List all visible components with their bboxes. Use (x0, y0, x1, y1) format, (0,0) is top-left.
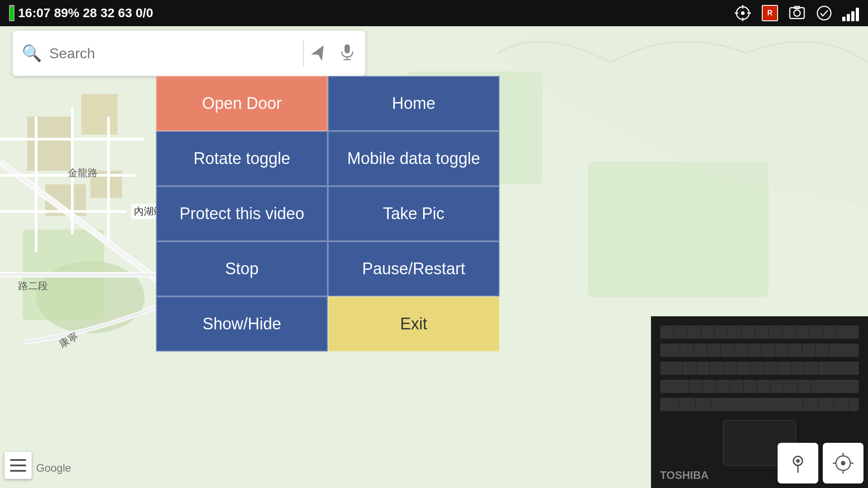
checkmark-icon (815, 4, 833, 22)
svg-rect-92 (696, 399, 710, 410)
svg-rect-40 (661, 326, 673, 338)
battery-text: 89% (54, 6, 79, 20)
button-row-5: Show/Hide Exit (156, 296, 500, 352)
svg-rect-15 (27, 117, 72, 171)
mobile-data-toggle-button[interactable]: Mobile data toggle (328, 131, 500, 186)
svg-rect-88 (798, 380, 810, 392)
svg-point-7 (794, 10, 800, 16)
svg-rect-42 (688, 326, 700, 338)
stats-text: 28 32 63 0/0 (83, 6, 153, 20)
svg-rect-41 (675, 326, 686, 338)
svg-rect-48 (769, 326, 781, 338)
take-pic-button[interactable]: Take Pic (328, 186, 500, 241)
svg-rect-75 (778, 362, 790, 374)
svg-rect-44 (715, 326, 727, 338)
search-divider (303, 40, 304, 67)
svg-rect-83 (731, 380, 742, 392)
svg-rect-46 (742, 326, 754, 338)
bottom-icons (778, 443, 863, 483)
svg-rect-63 (789, 344, 801, 356)
svg-rect-65 (816, 344, 828, 356)
open-door-button[interactable]: Open Door (156, 76, 328, 131)
svg-rect-72 (738, 362, 750, 374)
svg-rect-80 (690, 380, 702, 392)
search-input[interactable] (49, 45, 296, 62)
svg-rect-96 (835, 399, 848, 410)
svg-rect-54 (661, 344, 679, 356)
svg-rect-71 (724, 362, 736, 374)
svg-rect-59 (735, 344, 747, 356)
exit-button[interactable]: Exit (328, 296, 500, 352)
microphone-icon[interactable] (338, 42, 356, 65)
svg-point-9 (817, 6, 831, 20)
hamburger-line (10, 465, 26, 466)
svg-rect-51 (810, 326, 822, 338)
protect-video-button[interactable]: Protect this video (156, 186, 328, 241)
svg-rect-58 (722, 344, 733, 356)
map-label-street1: 金龍路 (68, 166, 98, 180)
hamburger-line (10, 459, 26, 461)
svg-rect-82 (717, 380, 729, 392)
svg-rect-53 (837, 326, 858, 338)
svg-rect-52 (824, 326, 835, 338)
gps-status-icon (734, 4, 752, 22)
svg-point-104 (841, 461, 845, 465)
svg-rect-43 (702, 326, 713, 338)
status-icons: R (734, 4, 859, 22)
pause-restart-button[interactable]: Pause/Restart (328, 241, 500, 296)
button-row-2: Rotate toggle Mobile data toggle (156, 131, 500, 186)
svg-rect-56 (694, 344, 706, 356)
svg-rect-74 (765, 362, 777, 374)
svg-rect-76 (792, 362, 804, 374)
svg-rect-50 (797, 326, 808, 338)
svg-rect-86 (771, 380, 783, 392)
gps-locate-button[interactable] (823, 443, 863, 483)
svg-rect-91 (681, 399, 694, 410)
svg-rect-61 (762, 344, 774, 356)
google-watermark: Google (36, 462, 71, 474)
rotate-toggle-button[interactable]: Rotate toggle (156, 131, 328, 186)
svg-rect-47 (756, 326, 768, 338)
signal-icon (842, 5, 859, 21)
map-label-street2: 路二段 (18, 279, 48, 293)
svg-rect-31 (344, 44, 350, 53)
svg-rect-64 (803, 344, 815, 356)
home-button[interactable]: Home (328, 76, 500, 131)
button-grid: Open Door Home Rotate toggle Mobile data… (156, 76, 500, 352)
svg-rect-70 (711, 362, 722, 374)
svg-rect-73 (751, 362, 763, 374)
svg-rect-57 (708, 344, 720, 356)
road-sign-icon: R (761, 4, 779, 22)
button-row-1: Open Door Home (156, 76, 500, 131)
svg-marker-30 (311, 42, 329, 61)
svg-rect-94 (804, 399, 817, 410)
svg-rect-55 (681, 344, 693, 356)
stop-button[interactable]: Stop (156, 241, 328, 296)
svg-rect-77 (806, 362, 817, 374)
svg-rect-90 (661, 399, 679, 410)
svg-rect-16 (81, 94, 118, 135)
hamburger-menu-button[interactable] (5, 452, 32, 479)
svg-rect-84 (744, 380, 756, 392)
location-pin-button[interactable] (778, 443, 818, 483)
svg-rect-81 (703, 380, 715, 392)
svg-rect-6 (790, 8, 804, 19)
svg-rect-93 (712, 399, 802, 410)
svg-rect-97 (850, 399, 858, 410)
search-bar: 🔍 (13, 31, 365, 76)
svg-rect-89 (812, 380, 858, 392)
photo-icon (788, 4, 806, 22)
svg-point-1 (741, 11, 745, 15)
svg-rect-14 (588, 162, 769, 297)
hamburger-line (10, 470, 26, 472)
svg-rect-68 (684, 362, 695, 374)
svg-rect-69 (697, 362, 709, 374)
button-row-3: Protect this video Take Pic (156, 186, 500, 241)
svg-rect-49 (783, 326, 795, 338)
status-bar: 16:07 89% 28 32 63 0/0 R (0, 0, 868, 26)
battery-icon (9, 5, 14, 21)
show-hide-button[interactable]: Show/Hide (156, 296, 328, 352)
svg-rect-87 (785, 380, 797, 392)
svg-rect-78 (819, 362, 858, 374)
navigation-icon[interactable] (311, 42, 329, 65)
